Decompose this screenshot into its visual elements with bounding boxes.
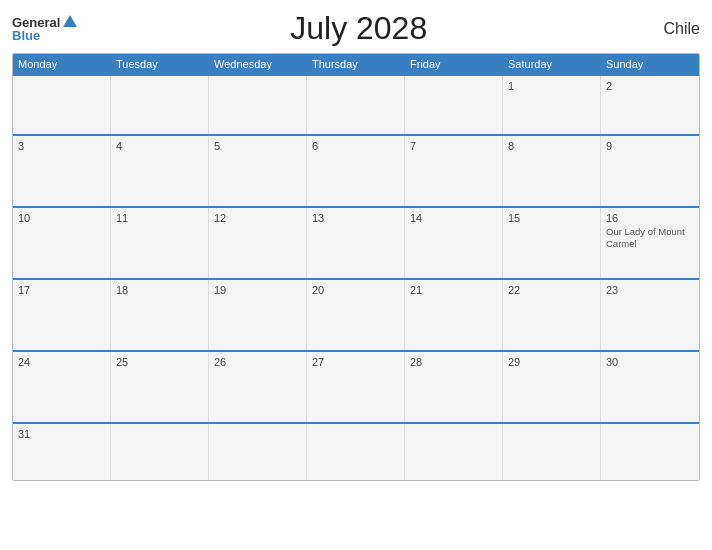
calendar-cell-3-3: 20 [307, 280, 405, 350]
header-tuesday: Tuesday [111, 54, 209, 74]
day-number: 10 [18, 212, 105, 224]
calendar-cell-2-1: 11 [111, 208, 209, 278]
header-sunday: Sunday [601, 54, 699, 74]
calendar-cell-2-4: 14 [405, 208, 503, 278]
calendar-row-4: 24252627282930 [13, 350, 699, 422]
logo: General Blue [12, 15, 77, 42]
calendar-cell-5-2 [209, 424, 307, 480]
calendar-cell-3-4: 21 [405, 280, 503, 350]
calendar-cell-0-4 [405, 76, 503, 134]
calendar-cell-4-6: 30 [601, 352, 699, 422]
calendar-cell-3-0: 17 [13, 280, 111, 350]
day-number: 30 [606, 356, 694, 368]
calendar-cell-0-6: 2 [601, 76, 699, 134]
day-number: 12 [214, 212, 301, 224]
logo-general-row: General [12, 15, 77, 29]
logo-general: General [12, 16, 60, 29]
calendar-cell-1-0: 3 [13, 136, 111, 206]
calendar-cell-3-1: 18 [111, 280, 209, 350]
calendar: Monday Tuesday Wednesday Thursday Friday… [12, 53, 700, 481]
day-number: 16 [606, 212, 694, 224]
calendar-cell-1-1: 4 [111, 136, 209, 206]
day-number: 7 [410, 140, 497, 152]
day-number: 23 [606, 284, 694, 296]
day-number: 24 [18, 356, 105, 368]
header-monday: Monday [13, 54, 111, 74]
day-number: 8 [508, 140, 595, 152]
calendar-row-3: 17181920212223 [13, 278, 699, 350]
logo-blue: Blue [12, 29, 77, 42]
calendar-cell-4-0: 24 [13, 352, 111, 422]
day-number: 11 [116, 212, 203, 224]
calendar-cell-0-0 [13, 76, 111, 134]
calendar-cell-5-0: 31 [13, 424, 111, 480]
calendar-cell-0-2 [209, 76, 307, 134]
day-number: 20 [312, 284, 399, 296]
day-number: 18 [116, 284, 203, 296]
calendar-body: 12345678910111213141516Our Lady of Mount… [13, 74, 699, 480]
calendar-cell-1-5: 8 [503, 136, 601, 206]
day-number: 28 [410, 356, 497, 368]
day-number: 13 [312, 212, 399, 224]
day-number: 6 [312, 140, 399, 152]
calendar-cell-4-3: 27 [307, 352, 405, 422]
calendar-row-2: 10111213141516Our Lady of Mount Carmel [13, 206, 699, 278]
calendar-cell-4-4: 28 [405, 352, 503, 422]
day-number: 5 [214, 140, 301, 152]
header: General Blue July 2028 Chile [12, 10, 700, 47]
calendar-cell-5-4 [405, 424, 503, 480]
day-number: 27 [312, 356, 399, 368]
calendar-cell-4-5: 29 [503, 352, 601, 422]
calendar-row-5: 31 [13, 422, 699, 480]
day-number: 19 [214, 284, 301, 296]
calendar-cell-5-1 [111, 424, 209, 480]
calendar-cell-3-2: 19 [209, 280, 307, 350]
calendar-cell-4-1: 25 [111, 352, 209, 422]
day-number: 22 [508, 284, 595, 296]
calendar-cell-1-2: 5 [209, 136, 307, 206]
calendar-cell-0-1 [111, 76, 209, 134]
calendar-cell-0-3 [307, 76, 405, 134]
calendar-cell-3-6: 23 [601, 280, 699, 350]
calendar-row-1: 3456789 [13, 134, 699, 206]
day-number: 15 [508, 212, 595, 224]
calendar-cell-2-6: 16Our Lady of Mount Carmel [601, 208, 699, 278]
calendar-cell-5-5 [503, 424, 601, 480]
day-number: 3 [18, 140, 105, 152]
calendar-cell-2-5: 15 [503, 208, 601, 278]
day-number: 2 [606, 80, 694, 92]
calendar-header: Monday Tuesday Wednesday Thursday Friday… [13, 54, 699, 74]
day-number: 26 [214, 356, 301, 368]
event-label: Our Lady of Mount Carmel [606, 226, 694, 251]
calendar-cell-3-5: 22 [503, 280, 601, 350]
day-number: 1 [508, 80, 595, 92]
logo-triangle-icon [63, 15, 77, 27]
calendar-cell-0-5: 1 [503, 76, 601, 134]
calendar-cell-2-3: 13 [307, 208, 405, 278]
logo-text-group: General Blue [12, 15, 77, 42]
calendar-cell-4-2: 26 [209, 352, 307, 422]
header-friday: Friday [405, 54, 503, 74]
calendar-row-0: 12 [13, 74, 699, 134]
country-label: Chile [640, 20, 700, 38]
calendar-cell-1-4: 7 [405, 136, 503, 206]
day-number: 4 [116, 140, 203, 152]
header-wednesday: Wednesday [209, 54, 307, 74]
calendar-title: July 2028 [77, 10, 640, 47]
day-number: 9 [606, 140, 694, 152]
header-thursday: Thursday [307, 54, 405, 74]
calendar-cell-2-0: 10 [13, 208, 111, 278]
day-number: 21 [410, 284, 497, 296]
header-saturday: Saturday [503, 54, 601, 74]
page: General Blue July 2028 Chile Monday Tues… [0, 0, 712, 550]
calendar-cell-5-6 [601, 424, 699, 480]
day-number: 25 [116, 356, 203, 368]
day-number: 29 [508, 356, 595, 368]
calendar-cell-5-3 [307, 424, 405, 480]
day-number: 14 [410, 212, 497, 224]
calendar-cell-1-3: 6 [307, 136, 405, 206]
calendar-cell-2-2: 12 [209, 208, 307, 278]
day-number: 31 [18, 428, 105, 440]
calendar-cell-1-6: 9 [601, 136, 699, 206]
day-number: 17 [18, 284, 105, 296]
